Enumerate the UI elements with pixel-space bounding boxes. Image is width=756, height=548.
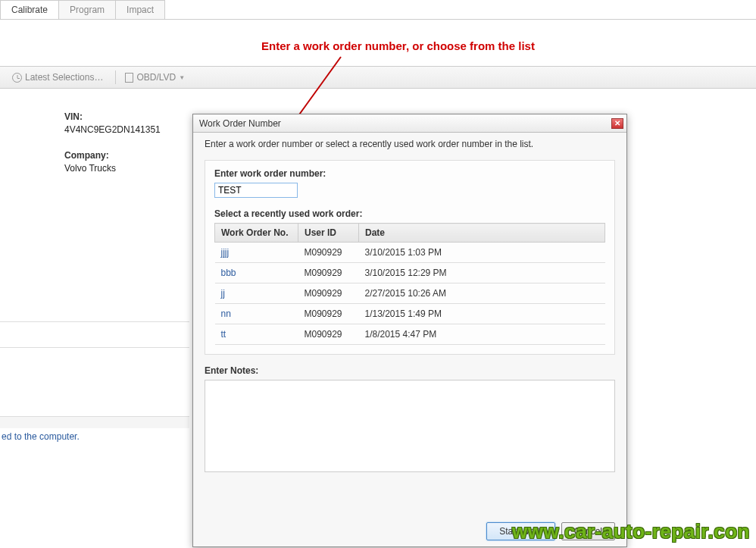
cell-wo: jjjj: [215, 243, 298, 263]
col-user-id[interactable]: User ID: [298, 224, 359, 243]
recent-wo-label: Select a recently used work order:: [214, 208, 605, 219]
close-icon[interactable]: ✕: [611, 118, 623, 129]
cell-wo: jj: [215, 283, 298, 304]
toolbar-separator: [115, 70, 116, 84]
watermark: www.car-auto-repair.con: [512, 520, 750, 543]
table-row[interactable]: jj M090929 2/27/2015 10:26 AM: [215, 283, 605, 304]
cell-date: 3/10/2015 1:03 PM: [359, 243, 605, 263]
cell-uid: M090929: [298, 324, 359, 345]
toolbar-obd-label: OBD/LVD: [136, 72, 176, 83]
table-row[interactable]: jjjj M090929 3/10/2015 1:03 PM: [215, 243, 605, 263]
cell-date: 3/10/2015 12:29 PM: [359, 263, 605, 283]
clock-icon: [12, 73, 22, 83]
tab-impact[interactable]: Impact: [115, 0, 165, 19]
col-date[interactable]: Date: [359, 224, 605, 243]
cell-uid: M090929: [298, 283, 359, 304]
work-order-input[interactable]: [214, 183, 298, 198]
document-icon: [125, 73, 133, 83]
toolbar: Latest Selections… OBD/LVD ▼: [0, 66, 756, 89]
cell-wo: nn: [215, 304, 298, 324]
toolbar-latest-label: Latest Selections…: [25, 72, 103, 83]
cell-uid: M090929: [298, 243, 359, 263]
work-order-panel: Enter work order number: Select a recent…: [205, 160, 615, 355]
cell-date: 1/13/2015 1:49 PM: [359, 304, 605, 324]
col-work-order[interactable]: Work Order No.: [215, 224, 298, 243]
dialog-titlebar: Work Order Number ✕: [193, 114, 626, 133]
cell-date: 2/27/2015 10:26 AM: [359, 283, 605, 304]
recent-wo-table: Work Order No. User ID Date jjjj M090929…: [214, 223, 605, 345]
work-order-dialog: Work Order Number ✕ Enter a work order n…: [192, 114, 627, 547]
notes-label: Enter Notes:: [205, 365, 615, 376]
table-row[interactable]: tt M090929 1/8/2015 4:47 PM: [215, 324, 605, 345]
status-bar: [0, 416, 189, 428]
table-row[interactable]: bbb M090929 3/10/2015 12:29 PM: [215, 263, 605, 283]
toolbar-obd-dropdown[interactable]: OBD/LVD ▼: [119, 70, 191, 85]
dialog-body: Enter a work order number or select a re…: [193, 133, 626, 482]
tab-program[interactable]: Program: [58, 0, 116, 19]
dialog-title-text: Work Order Number: [199, 118, 281, 129]
section-divider: [0, 321, 189, 322]
cell-date: 1/8/2015 4:47 PM: [359, 324, 605, 345]
cell-wo: tt: [215, 324, 298, 345]
cell-uid: M090929: [298, 304, 359, 324]
section-divider: [0, 347, 189, 348]
enter-wo-label: Enter work order number:: [214, 168, 605, 179]
table-row[interactable]: nn M090929 1/13/2015 1:49 PM: [215, 304, 605, 324]
toolbar-latest-selections[interactable]: Latest Selections…: [6, 70, 109, 85]
notes-textarea[interactable]: [205, 380, 615, 472]
cell-uid: M090929: [298, 263, 359, 283]
dialog-instruction: Enter a work order number or select a re…: [205, 139, 615, 149]
cell-wo: bbb: [215, 263, 298, 283]
tab-bar: Calibrate Program Impact: [0, 0, 756, 20]
annotation-text: Enter a work order number, or choose fro…: [261, 39, 535, 52]
status-text: ed to the computer.: [2, 431, 80, 442]
chevron-down-icon: ▼: [179, 74, 185, 81]
tab-calibrate[interactable]: Calibrate: [0, 0, 59, 19]
